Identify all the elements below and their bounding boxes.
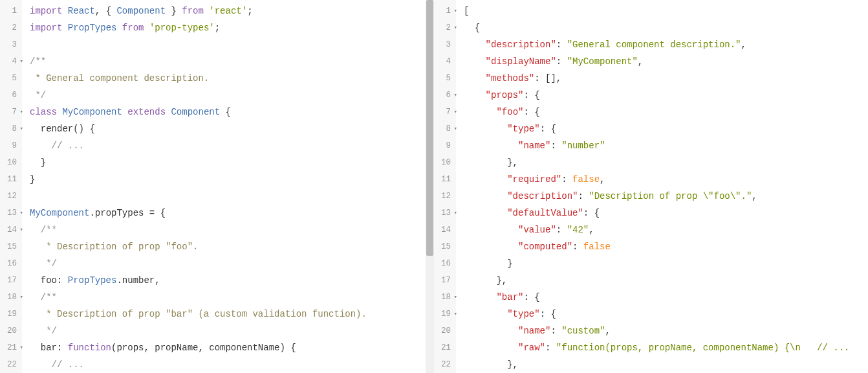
code-line[interactable] [30, 188, 426, 205]
line-number: 4▾ [3, 53, 17, 70]
line-number: 13▾ [3, 205, 17, 221]
code-line[interactable]: /** [30, 53, 426, 70]
fold-arrow-icon[interactable]: ▾ [20, 221, 23, 238]
code-line[interactable]: */ [30, 87, 426, 104]
code-line[interactable]: MyComponent.propTypes = { [30, 205, 426, 221]
code-line[interactable]: } [30, 154, 426, 171]
code-line[interactable]: import React, { Component } from 'react'… [30, 3, 426, 19]
code-line[interactable]: bar: function(props, propName, component… [30, 339, 426, 356]
fold-arrow-icon[interactable]: ▾ [20, 53, 23, 70]
gutter-left: 1234▾567▾8▾910111213▾14▾15161718▾192021▾… [0, 0, 22, 373]
line-number: 17 [3, 272, 17, 289]
code-line[interactable]: "defaultValue": { [464, 205, 868, 221]
code-line[interactable]: "description": "Description of prop \"fo… [464, 188, 868, 205]
gutter-right: 1▾2▾3456▾7▾8▾910111213▾1415161718▾19▾202… [434, 0, 456, 373]
code-line[interactable]: "required": false, [464, 171, 868, 188]
fold-arrow-icon[interactable]: ▾ [20, 339, 23, 356]
code-line[interactable]: "value": "42", [464, 221, 868, 238]
code-line[interactable]: "displayName": "MyComponent", [464, 53, 868, 70]
fold-arrow-icon[interactable]: ▾ [454, 104, 457, 120]
fold-arrow-icon[interactable]: ▾ [20, 205, 23, 221]
line-number: 2▾ [437, 19, 451, 36]
code-line[interactable]: } [464, 255, 868, 272]
code-line[interactable]: "raw": "function(props, propName, compon… [464, 339, 868, 356]
code-line[interactable]: "foo": { [464, 104, 868, 120]
line-number: 20 [437, 322, 451, 339]
line-number: 21 [437, 339, 451, 356]
code-line[interactable]: /** [30, 221, 426, 238]
line-number: 18▾ [437, 289, 451, 306]
line-number: 14▾ [3, 221, 17, 238]
code-line[interactable]: * General component description. [30, 70, 426, 87]
code-line[interactable]: }, [464, 154, 868, 171]
code-line[interactable]: { [464, 19, 868, 36]
line-number: 7▾ [437, 104, 451, 120]
code-line[interactable]: "type": { [464, 120, 868, 137]
line-number: 20 [3, 322, 17, 339]
line-number: 10 [437, 154, 451, 171]
fold-arrow-icon[interactable]: ▾ [20, 104, 23, 120]
code-line[interactable]: "computed": false [464, 238, 868, 255]
code-right[interactable]: [ { "description": "General component de… [456, 0, 868, 373]
code-line[interactable]: class MyComponent extends Component { [30, 104, 426, 120]
line-number: 12 [3, 188, 17, 205]
fold-arrow-icon[interactable]: ▾ [454, 87, 457, 104]
code-line[interactable]: // ... [30, 356, 426, 373]
code-line[interactable]: import PropTypes from 'prop-types'; [30, 19, 426, 36]
line-number: 9 [3, 137, 17, 154]
scrollbar-left[interactable] [426, 0, 434, 373]
line-number: 8▾ [3, 120, 17, 137]
fold-arrow-icon[interactable]: ▾ [454, 205, 457, 221]
editor-pane-right: 1▾2▾3456▾7▾8▾910111213▾1415161718▾19▾202… [434, 0, 868, 373]
fold-arrow-icon[interactable]: ▾ [454, 19, 457, 36]
line-number: 16 [3, 255, 17, 272]
line-number: 22 [437, 356, 451, 373]
line-number: 6▾ [437, 87, 451, 104]
code-line[interactable]: "methods": [], [464, 70, 868, 87]
line-number: 21▾ [3, 339, 17, 356]
code-line[interactable]: */ [30, 322, 426, 339]
line-number: 4 [437, 53, 451, 70]
line-number: 1 [3, 3, 17, 19]
line-number: 18▾ [3, 289, 17, 306]
line-number: 11 [437, 171, 451, 188]
code-line[interactable]: }, [464, 272, 868, 289]
code-line[interactable]: [ [464, 3, 868, 19]
code-line[interactable]: "bar": { [464, 289, 868, 306]
code-line[interactable]: // ... [30, 137, 426, 154]
code-line[interactable]: foo: PropTypes.number, [30, 272, 426, 289]
fold-arrow-icon[interactable]: ▾ [454, 3, 457, 19]
code-line[interactable]: "type": { [464, 306, 868, 322]
code-line[interactable]: * Description of prop "bar" (a custom va… [30, 306, 426, 322]
code-line[interactable]: }, [464, 356, 868, 373]
line-number: 9 [437, 137, 451, 154]
line-number: 8▾ [437, 120, 451, 137]
fold-arrow-icon[interactable]: ▾ [20, 289, 23, 306]
code-line[interactable]: * Description of prop "foo". [30, 238, 426, 255]
code-left[interactable]: import React, { Component } from 'react'… [22, 0, 426, 373]
line-number: 16 [437, 255, 451, 272]
editor-pane-left: 1234▾567▾8▾910111213▾14▾15161718▾192021▾… [0, 0, 434, 373]
code-line[interactable]: } [30, 171, 426, 188]
code-line[interactable]: "props": { [464, 87, 868, 104]
code-line[interactable]: render() { [30, 120, 426, 137]
code-line[interactable] [30, 36, 426, 53]
fold-arrow-icon[interactable]: ▾ [454, 289, 457, 306]
code-line[interactable]: "name": "number" [464, 137, 868, 154]
line-number: 3 [437, 36, 451, 53]
line-number: 11 [3, 171, 17, 188]
code-line[interactable]: /** [30, 289, 426, 306]
scrollbar-thumb-left[interactable] [426, 0, 433, 256]
fold-arrow-icon[interactable]: ▾ [454, 120, 457, 137]
line-number: 7▾ [3, 104, 17, 120]
line-number: 5 [3, 70, 17, 87]
code-line[interactable]: "description": "General component descri… [464, 36, 868, 53]
code-line[interactable]: "name": "custom", [464, 322, 868, 339]
line-number: 17 [437, 272, 451, 289]
line-number: 19 [3, 306, 17, 322]
code-line[interactable]: */ [30, 255, 426, 272]
fold-arrow-icon[interactable]: ▾ [20, 120, 23, 137]
fold-arrow-icon[interactable]: ▾ [454, 306, 457, 322]
line-number: 1▾ [437, 3, 451, 19]
line-number: 19▾ [437, 306, 451, 322]
